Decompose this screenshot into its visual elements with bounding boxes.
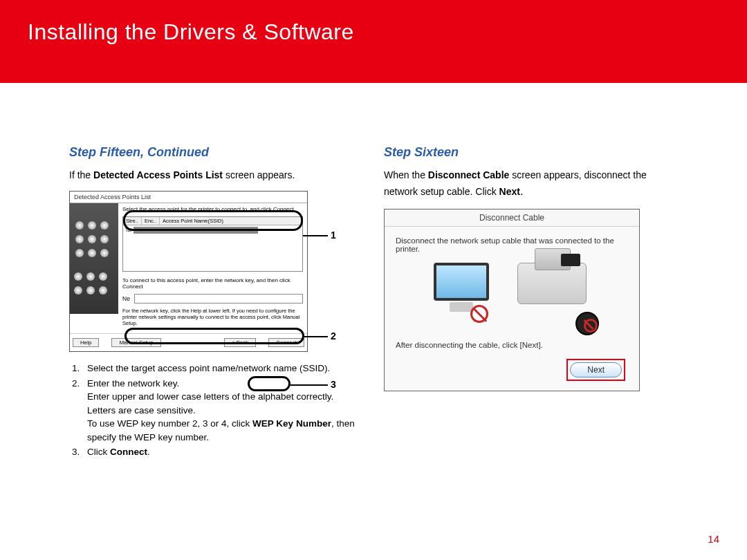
printer-icon [517, 263, 593, 330]
annotation-oval-2 [124, 328, 304, 344]
columns: Step Fifteen, Continued If the Detected … [69, 145, 678, 460]
step-1-text: Select the target access point name/netw… [87, 363, 330, 373]
list-item: Click Connect. [69, 445, 363, 459]
access-points-screenshot: Detected Access Points List [69, 191, 363, 352]
list-item: Enter the network key. Enter upper and l… [69, 377, 363, 445]
disc-titlebar: Disconnect Cable [385, 209, 639, 227]
disconnect-images [396, 263, 628, 330]
help-button[interactable]: Help [73, 338, 99, 347]
intro-bold: Detected Access Points List [93, 169, 223, 180]
disconnect-cable-dialog: Disconnect Cable Disconnect the network … [384, 209, 640, 391]
intro-text-post: screen appears. [223, 169, 295, 180]
network-key-input[interactable] [134, 294, 303, 304]
step-2c-pre: To use WEP key number 2, 3 or 4, click [87, 418, 252, 429]
step-3-bold: Connect [110, 447, 147, 457]
right-column: Step Sixteen When the Disconnect Cable s… [384, 145, 678, 460]
step-3-pre: Click [87, 447, 110, 457]
intro-bold: Disconnect Cable [428, 169, 509, 180]
dap-sidebar-image [70, 203, 118, 314]
annotation-number-2: 2 [331, 330, 336, 342]
slide: Installing the Drivers & Software Step F… [0, 0, 747, 560]
dap-help-text: For the network key, click the Help at l… [122, 308, 303, 326]
no-cable-icon [575, 312, 599, 335]
dap-connect-instruction: To connect to this access point, enter t… [122, 277, 303, 290]
key-label: Ne [122, 295, 130, 302]
step-2b-text: Enter upper and lower case letters of th… [87, 391, 333, 416]
step-3-post: . [147, 447, 150, 457]
intro-post: . [520, 185, 524, 198]
list-item: Select the target access point name/netw… [69, 362, 363, 375]
step-2c-bold: WEP Key Number [252, 418, 331, 429]
step-sixteen-intro: When the Disconnect Cable screen appears… [384, 168, 678, 200]
annotation-number-1: 1 [331, 230, 336, 241]
header-bar: Installing the Drivers & Software [0, 0, 747, 83]
page-title: Installing the Drivers & Software [28, 19, 719, 45]
intro-text: When the [384, 169, 428, 180]
intro-text: If the [69, 169, 93, 180]
left-column: Step Fifteen, Continued If the Detected … [69, 145, 363, 460]
step-2a-text: Enter the network key. [87, 378, 179, 389]
disc-after-text: After disconnecting the cable, click [Ne… [396, 341, 628, 349]
step-fifteen-intro: If the Detected Access Points List scree… [69, 168, 363, 183]
next-button-area: Next [396, 356, 628, 384]
network-key-row: Ne [122, 294, 303, 304]
disc-body: Disconnect the network setup cable that … [385, 227, 639, 391]
next-button[interactable]: Next [570, 362, 622, 377]
monitor-icon [430, 263, 492, 330]
step-sixteen-heading: Step Sixteen [384, 145, 678, 160]
intro-bold2: Next [499, 186, 520, 197]
annotation-line-1 [303, 235, 328, 236]
no-cable-icon [470, 305, 488, 323]
disc-instruction: Disconnect the network setup cable that … [396, 236, 628, 253]
annotation-oval-1 [123, 210, 303, 231]
dap-titlebar: Detected Access Points List [70, 192, 307, 203]
next-highlight-box: Next [566, 359, 625, 381]
instruction-list: Select the target access point name/netw… [69, 362, 363, 459]
page-number: 14 [708, 533, 719, 545]
annotation-line-2 [304, 336, 328, 337]
step-fifteen-heading: Step Fifteen, Continued [69, 145, 363, 160]
